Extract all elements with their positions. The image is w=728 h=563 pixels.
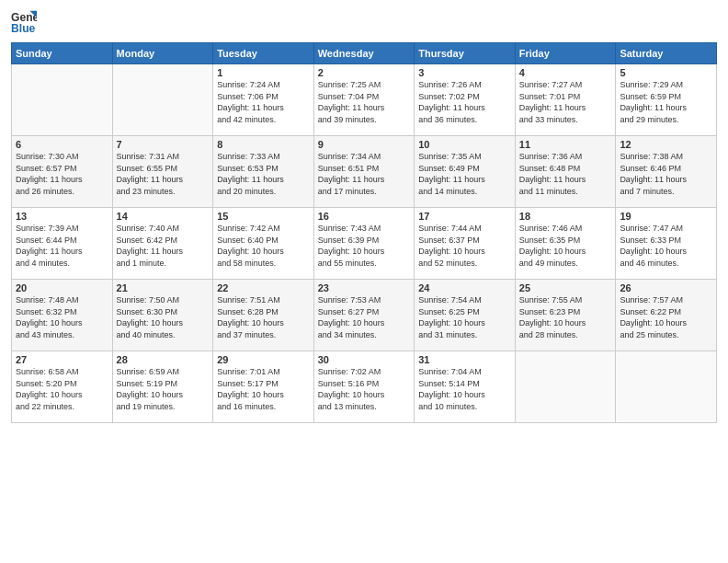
calendar-week: 1Sunrise: 7:24 AM Sunset: 7:06 PM Daylig…	[12, 64, 717, 136]
calendar-table: SundayMondayTuesdayWednesdayThursdayFrid…	[11, 42, 717, 423]
day-number: 2	[318, 67, 411, 78]
calendar-cell	[12, 64, 113, 136]
day-number: 13	[16, 211, 108, 222]
day-number: 17	[418, 211, 511, 222]
day-number: 4	[519, 67, 612, 78]
calendar-cell: 30Sunrise: 7:02 AM Sunset: 5:16 PM Dayli…	[313, 351, 415, 423]
day-header: Wednesday	[313, 43, 415, 64]
calendar-week: 27Sunrise: 6:58 AM Sunset: 5:20 PM Dayli…	[12, 351, 717, 423]
calendar-cell: 20Sunrise: 7:48 AM Sunset: 6:32 PM Dayli…	[12, 280, 113, 351]
day-number: 31	[418, 354, 511, 365]
day-info: Sunrise: 7:50 AM Sunset: 6:30 PM Dayligh…	[117, 294, 210, 340]
day-info: Sunrise: 7:38 AM Sunset: 6:46 PM Dayligh…	[620, 151, 712, 197]
day-info: Sunrise: 7:33 AM Sunset: 6:53 PM Dayligh…	[217, 151, 310, 197]
calendar-cell: 15Sunrise: 7:42 AM Sunset: 6:40 PM Dayli…	[213, 208, 314, 280]
calendar-cell: 26Sunrise: 7:57 AM Sunset: 6:22 PM Dayli…	[616, 280, 717, 351]
calendar-week: 13Sunrise: 7:39 AM Sunset: 6:44 PM Dayli…	[12, 208, 717, 280]
calendar-cell: 21Sunrise: 7:50 AM Sunset: 6:30 PM Dayli…	[112, 280, 213, 351]
header: General Blue	[11, 9, 717, 35]
day-number: 24	[418, 282, 511, 293]
day-number: 3	[418, 67, 511, 78]
day-info: Sunrise: 7:57 AM Sunset: 6:22 PM Dayligh…	[620, 294, 712, 340]
day-info: Sunrise: 7:43 AM Sunset: 6:39 PM Dayligh…	[318, 223, 411, 269]
day-number: 9	[318, 139, 411, 150]
calendar-cell	[112, 64, 213, 136]
day-header: Tuesday	[213, 43, 314, 64]
day-info: Sunrise: 6:59 AM Sunset: 5:19 PM Dayligh…	[117, 366, 210, 412]
calendar-cell: 24Sunrise: 7:54 AM Sunset: 6:25 PM Dayli…	[415, 280, 516, 351]
day-number: 22	[217, 282, 310, 293]
day-info: Sunrise: 7:40 AM Sunset: 6:42 PM Dayligh…	[117, 223, 210, 269]
day-info: Sunrise: 7:55 AM Sunset: 6:23 PM Dayligh…	[519, 294, 612, 340]
day-info: Sunrise: 7:51 AM Sunset: 6:28 PM Dayligh…	[217, 294, 310, 340]
day-info: Sunrise: 7:24 AM Sunset: 7:06 PM Dayligh…	[217, 79, 310, 125]
logo: General Blue	[11, 9, 39, 35]
calendar-cell: 10Sunrise: 7:35 AM Sunset: 6:49 PM Dayli…	[415, 136, 516, 208]
calendar-cell: 18Sunrise: 7:46 AM Sunset: 6:35 PM Dayli…	[515, 208, 616, 280]
day-number: 29	[217, 354, 310, 365]
day-info: Sunrise: 7:30 AM Sunset: 6:57 PM Dayligh…	[16, 151, 108, 197]
day-number: 18	[519, 211, 612, 222]
day-number: 15	[217, 211, 310, 222]
day-info: Sunrise: 7:53 AM Sunset: 6:27 PM Dayligh…	[318, 294, 411, 340]
calendar-week: 6Sunrise: 7:30 AM Sunset: 6:57 PM Daylig…	[12, 136, 717, 208]
day-header: Sunday	[12, 43, 113, 64]
calendar-cell: 31Sunrise: 7:04 AM Sunset: 5:14 PM Dayli…	[415, 351, 516, 423]
calendar-cell: 9Sunrise: 7:34 AM Sunset: 6:51 PM Daylig…	[313, 136, 415, 208]
day-info: Sunrise: 7:39 AM Sunset: 6:44 PM Dayligh…	[16, 223, 108, 269]
day-info: Sunrise: 7:02 AM Sunset: 5:16 PM Dayligh…	[318, 366, 411, 412]
day-info: Sunrise: 7:54 AM Sunset: 6:25 PM Dayligh…	[418, 294, 511, 340]
day-header: Thursday	[415, 43, 516, 64]
day-info: Sunrise: 7:04 AM Sunset: 5:14 PM Dayligh…	[418, 366, 511, 412]
day-header: Friday	[515, 43, 616, 64]
calendar-cell: 29Sunrise: 7:01 AM Sunset: 5:17 PM Dayli…	[213, 351, 314, 423]
calendar-cell: 8Sunrise: 7:33 AM Sunset: 6:53 PM Daylig…	[213, 136, 314, 208]
svg-text:Blue: Blue	[11, 22, 36, 35]
day-number: 1	[217, 67, 310, 78]
calendar-cell: 12Sunrise: 7:38 AM Sunset: 6:46 PM Dayli…	[616, 136, 717, 208]
calendar-cell: 19Sunrise: 7:47 AM Sunset: 6:33 PM Dayli…	[616, 208, 717, 280]
day-header: Saturday	[616, 43, 717, 64]
logo-icon: General Blue	[11, 9, 37, 35]
day-info: Sunrise: 7:46 AM Sunset: 6:35 PM Dayligh…	[519, 223, 612, 269]
day-info: Sunrise: 7:44 AM Sunset: 6:37 PM Dayligh…	[418, 223, 511, 269]
calendar-cell: 11Sunrise: 7:36 AM Sunset: 6:48 PM Dayli…	[515, 136, 616, 208]
day-number: 25	[519, 282, 612, 293]
calendar-cell: 22Sunrise: 7:51 AM Sunset: 6:28 PM Dayli…	[213, 280, 314, 351]
day-info: Sunrise: 7:42 AM Sunset: 6:40 PM Dayligh…	[217, 223, 310, 269]
day-info: Sunrise: 7:27 AM Sunset: 7:01 PM Dayligh…	[519, 79, 612, 125]
day-info: Sunrise: 7:01 AM Sunset: 5:17 PM Dayligh…	[217, 366, 310, 412]
day-info: Sunrise: 7:47 AM Sunset: 6:33 PM Dayligh…	[620, 223, 712, 269]
day-info: Sunrise: 7:29 AM Sunset: 6:59 PM Dayligh…	[620, 79, 712, 125]
day-number: 26	[620, 282, 712, 293]
day-number: 14	[117, 211, 210, 222]
calendar-cell	[616, 351, 717, 423]
day-info: Sunrise: 7:34 AM Sunset: 6:51 PM Dayligh…	[318, 151, 411, 197]
day-number: 21	[117, 282, 210, 293]
calendar-week: 20Sunrise: 7:48 AM Sunset: 6:32 PM Dayli…	[12, 280, 717, 351]
calendar-cell: 17Sunrise: 7:44 AM Sunset: 6:37 PM Dayli…	[415, 208, 516, 280]
day-header: Monday	[112, 43, 213, 64]
calendar-cell: 13Sunrise: 7:39 AM Sunset: 6:44 PM Dayli…	[12, 208, 113, 280]
calendar-cell: 4Sunrise: 7:27 AM Sunset: 7:01 PM Daylig…	[515, 64, 616, 136]
day-number: 11	[519, 139, 612, 150]
day-number: 7	[117, 139, 210, 150]
calendar-cell: 6Sunrise: 7:30 AM Sunset: 6:57 PM Daylig…	[12, 136, 113, 208]
calendar-cell: 25Sunrise: 7:55 AM Sunset: 6:23 PM Dayli…	[515, 280, 616, 351]
day-number: 28	[117, 354, 210, 365]
day-number: 30	[318, 354, 411, 365]
calendar-cell: 2Sunrise: 7:25 AM Sunset: 7:04 PM Daylig…	[313, 64, 415, 136]
main-container: General Blue SundayMondayTuesdayWednesda…	[0, 0, 728, 431]
day-info: Sunrise: 7:31 AM Sunset: 6:55 PM Dayligh…	[117, 151, 210, 197]
day-info: Sunrise: 7:25 AM Sunset: 7:04 PM Dayligh…	[318, 79, 411, 125]
calendar-cell: 5Sunrise: 7:29 AM Sunset: 6:59 PM Daylig…	[616, 64, 717, 136]
day-number: 16	[318, 211, 411, 222]
day-info: Sunrise: 7:36 AM Sunset: 6:48 PM Dayligh…	[519, 151, 612, 197]
day-number: 27	[16, 354, 108, 365]
calendar-cell: 3Sunrise: 7:26 AM Sunset: 7:02 PM Daylig…	[415, 64, 516, 136]
day-info: Sunrise: 7:26 AM Sunset: 7:02 PM Dayligh…	[418, 79, 511, 125]
calendar-cell: 23Sunrise: 7:53 AM Sunset: 6:27 PM Dayli…	[313, 280, 415, 351]
calendar-cell	[515, 351, 616, 423]
header-row: SundayMondayTuesdayWednesdayThursdayFrid…	[12, 43, 717, 64]
day-info: Sunrise: 7:48 AM Sunset: 6:32 PM Dayligh…	[16, 294, 108, 340]
